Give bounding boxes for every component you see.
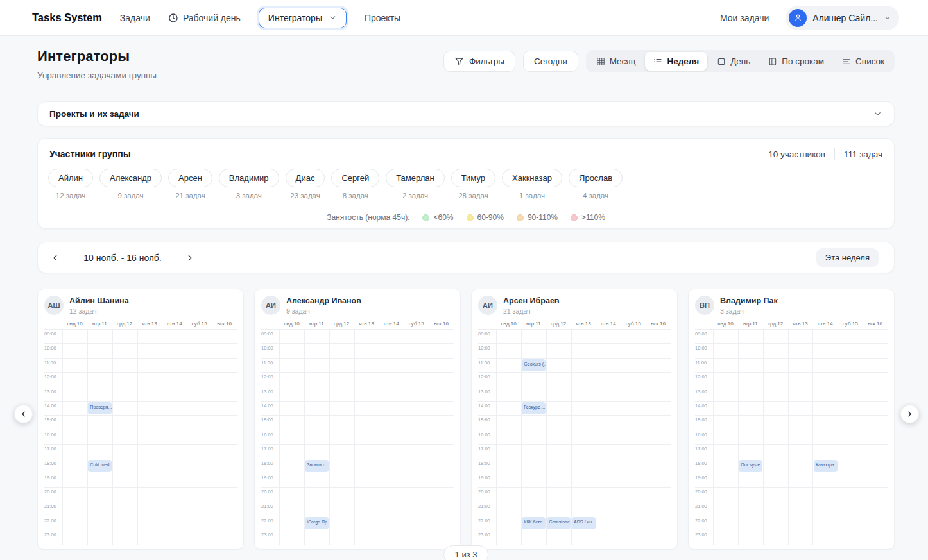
calendar-cell[interactable]: [763, 402, 788, 415]
calendar-cell[interactable]: [713, 430, 738, 444]
calendar-cell[interactable]: [838, 402, 863, 415]
calendar-cell[interactable]: [571, 359, 596, 372]
calendar-cell[interactable]: [738, 502, 763, 516]
calendar-cell[interactable]: [621, 330, 646, 343]
calendar-cell[interactable]: [763, 387, 788, 401]
calendar-cell[interactable]: [596, 459, 621, 473]
calendar-cell[interactable]: [863, 402, 888, 415]
calendar-cell[interactable]: [546, 373, 571, 386]
calendar-cell[interactable]: [521, 330, 546, 343]
nav-my-tasks[interactable]: Мои задачи: [720, 13, 769, 23]
calendar-cell[interactable]: [738, 488, 763, 501]
member-chip[interactable]: Тимур: [451, 169, 495, 187]
calendar-cell[interactable]: [788, 387, 813, 401]
view-tab-3[interactable]: День: [709, 52, 759, 71]
calendar-cell[interactable]: [354, 530, 379, 544]
calendar-cell[interactable]: [304, 445, 329, 458]
calendar-cell[interactable]: [521, 416, 546, 429]
calendar-cell[interactable]: [87, 330, 112, 343]
calendar-cell[interactable]: [379, 373, 404, 386]
calendar-cell[interactable]: [496, 459, 521, 473]
calendar-cell[interactable]: [646, 373, 671, 386]
calendar-cell[interactable]: [788, 344, 813, 357]
calendar-cell[interactable]: [379, 330, 404, 343]
calendar-cell[interactable]: [596, 473, 621, 487]
calendar-cell[interactable]: [713, 473, 738, 487]
calendar-cell[interactable]: [87, 445, 112, 458]
calendar-cell[interactable]: [738, 473, 763, 487]
calendar-cell[interactable]: [521, 373, 546, 386]
member-chip[interactable]: Владимир: [219, 169, 279, 187]
calendar-cell[interactable]: [379, 445, 404, 458]
calendar-cell[interactable]: [621, 488, 646, 501]
member-chip[interactable]: Арсен: [168, 169, 212, 187]
calendar-cell[interactable]: [596, 359, 621, 372]
calendar-cell[interactable]: [62, 387, 87, 401]
event-chip[interactable]: Звонки с...: [305, 460, 329, 472]
calendar-cell[interactable]: [621, 359, 646, 372]
calendar-cell[interactable]: [112, 402, 137, 415]
calendar-cell[interactable]: [788, 416, 813, 429]
calendar-cell[interactable]: [62, 344, 87, 357]
calendar-cell[interactable]: [329, 373, 354, 386]
calendar-cell[interactable]: [429, 344, 454, 357]
calendar-cell[interactable]: [788, 402, 813, 415]
calendar-cell[interactable]: [863, 445, 888, 458]
carousel-prev-button[interactable]: [14, 405, 33, 423]
calendar-cell[interactable]: [863, 330, 888, 343]
calendar-cell[interactable]: [546, 445, 571, 458]
calendar-cell[interactable]: [279, 359, 304, 372]
event-chip[interactable]: Геокурс ...: [522, 402, 546, 414]
calendar-cell[interactable]: [137, 459, 162, 473]
calendar-cell[interactable]: [429, 416, 454, 429]
calendar-cell[interactable]: [571, 530, 596, 544]
calendar-cell[interactable]: [496, 430, 521, 444]
calendar-cell[interactable]: [212, 459, 237, 473]
calendar-cell[interactable]: [621, 387, 646, 401]
calendar-cell[interactable]: [763, 430, 788, 444]
calendar-cell[interactable]: [62, 473, 87, 487]
calendar-cell[interactable]: [62, 516, 87, 530]
calendar-cell[interactable]: [62, 502, 87, 516]
calendar-cell[interactable]: [546, 387, 571, 401]
calendar-cell[interactable]: [137, 473, 162, 487]
calendar-cell[interactable]: [304, 373, 329, 386]
calendar-cell[interactable]: [646, 387, 671, 401]
calendar-cell[interactable]: [596, 530, 621, 544]
calendar-cell[interactable]: [546, 430, 571, 444]
today-button[interactable]: Сегодня: [523, 51, 578, 72]
calendar-cell[interactable]: [646, 359, 671, 372]
calendar-cell[interactable]: [354, 402, 379, 415]
view-tab-2[interactable]: Неделя: [645, 52, 707, 71]
calendar-cell[interactable]: [137, 402, 162, 415]
calendar-cell[interactable]: [863, 373, 888, 386]
calendar-cell[interactable]: [521, 430, 546, 444]
calendar-cell[interactable]: [738, 416, 763, 429]
calendar-cell[interactable]: [838, 373, 863, 386]
calendar-cell[interactable]: [87, 473, 112, 487]
calendar-cell[interactable]: [812, 344, 838, 357]
calendar-cell[interactable]: [87, 488, 112, 501]
calendar-cell[interactable]: [187, 416, 212, 429]
calendar-cell[interactable]: [187, 344, 212, 357]
calendar-cell[interactable]: [863, 430, 888, 444]
calendar-cell[interactable]: [112, 430, 137, 444]
member-chip[interactable]: Хаккназар: [502, 169, 562, 187]
calendar-cell[interactable]: [596, 488, 621, 501]
calendar-cell[interactable]: [354, 445, 379, 458]
calendar-cell[interactable]: [571, 459, 596, 473]
calendar-cell[interactable]: [187, 488, 212, 501]
calendar-cell[interactable]: [546, 330, 571, 343]
calendar-cell[interactable]: [404, 387, 429, 401]
calendar-cell[interactable]: [137, 344, 162, 357]
calendar-cell[interactable]: [212, 373, 237, 386]
calendar-cell[interactable]: [162, 459, 187, 473]
calendar-cell[interactable]: [112, 445, 137, 458]
calendar-cell[interactable]: [812, 488, 838, 501]
calendar-cell[interactable]: [212, 416, 237, 429]
calendar-cell[interactable]: [546, 459, 571, 473]
calendar-cell[interactable]: [621, 530, 646, 544]
calendar-cell[interactable]: [279, 516, 304, 530]
calendar-cell[interactable]: [621, 473, 646, 487]
calendar-cell[interactable]: [496, 488, 521, 501]
